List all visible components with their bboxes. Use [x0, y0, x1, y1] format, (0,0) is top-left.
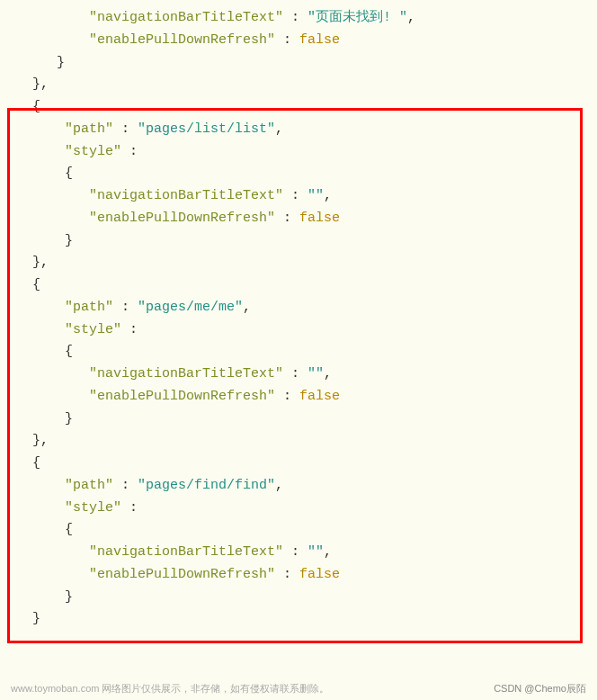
json-key: "navigationBarTitleText" — [89, 366, 283, 381]
json-bool: false — [299, 211, 340, 226]
json-key: "path" — [65, 121, 113, 137]
json-key: "style" — [65, 500, 121, 516]
json-bool: false — [299, 389, 340, 404]
json-key: "enablePullDownRefresh" — [89, 389, 275, 404]
json-key: "navigationBarTitleText" — [89, 544, 283, 560]
json-string: "pages/find/find" — [138, 478, 275, 493]
json-bool: false — [299, 32, 340, 48]
json-string: "页面未找到! " — [307, 10, 407, 25]
json-key: "enablePullDownRefresh" — [89, 567, 275, 582]
json-key: "style" — [65, 144, 121, 159]
code-block: "navigationBarTitleText" : "页面未找到! ", "e… — [0, 7, 597, 631]
footer-left-text: www.toymoban.com 网络图片仅供展示，非存储，如有侵权请联系删除。 — [11, 680, 329, 696]
json-key: "style" — [65, 322, 121, 337]
json-string: "pages/me/me" — [138, 300, 243, 315]
json-key: "path" — [65, 478, 113, 493]
json-string: "" — [307, 544, 324, 560]
json-key: "navigationBarTitleText" — [89, 188, 283, 203]
json-string: "" — [307, 366, 324, 381]
json-key: "path" — [65, 300, 113, 315]
json-key: "navigationBarTitleText" — [89, 10, 283, 25]
json-string: "pages/list/list" — [138, 121, 275, 137]
json-string: "" — [307, 188, 324, 203]
json-key: "enablePullDownRefresh" — [89, 32, 275, 48]
json-bool: false — [299, 567, 340, 582]
json-key: "enablePullDownRefresh" — [89, 211, 275, 226]
footer-right-text: CSDN @Chemo辰陌 — [494, 680, 586, 696]
